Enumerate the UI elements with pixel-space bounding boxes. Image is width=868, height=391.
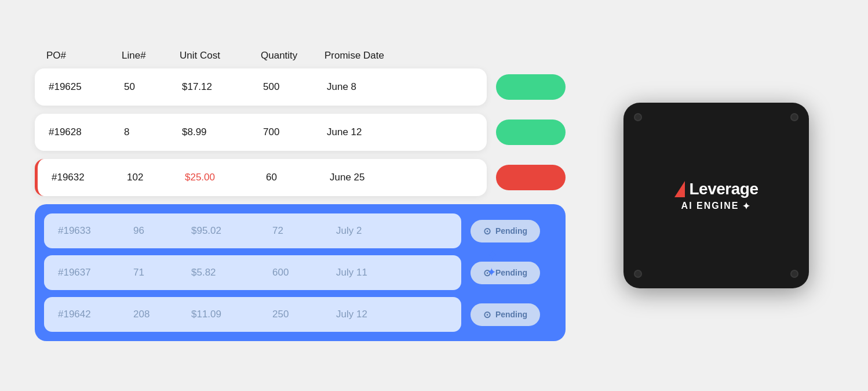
- screw-tr: [790, 113, 798, 121]
- pending-label: Pending: [495, 268, 527, 277]
- cell-qty: 600: [272, 267, 336, 278]
- cell-cost: $17.12: [182, 81, 263, 93]
- ai-engine-device: Leverage AI ENGINE ✦: [623, 103, 809, 288]
- pending-badge: ⊙ Pending: [471, 262, 540, 284]
- pending-section: #19633 96 $95.02 72 July 2 ⊙ Pending #19…: [35, 204, 566, 341]
- sparkles-decoration: ✦✦: [487, 247, 498, 280]
- cell-date: June 25: [330, 172, 422, 183]
- ai-engine-text: AI ENGINE: [681, 201, 739, 211]
- row-19632: #19632 102 $25.00 60 June 25: [35, 159, 487, 196]
- header-date: Promise Date: [324, 50, 417, 61]
- cell-po: #19633: [58, 225, 133, 237]
- status-badge-green: [496, 74, 566, 100]
- header-po: PO#: [46, 50, 122, 61]
- sparkle-icon: ✦: [742, 201, 751, 212]
- screw-tl: [634, 113, 642, 121]
- cell-qty: 700: [263, 126, 327, 138]
- ai-engine-label: AI ENGINE ✦: [681, 201, 752, 212]
- pending-badge: ⊙ Pending: [471, 220, 540, 242]
- brand-name: Leverage: [690, 180, 758, 198]
- row-19642: #19642 208 $11.09 250 July 12: [44, 297, 461, 332]
- table-row: #19625 50 $17.12 500 June 8: [35, 68, 566, 106]
- cell-qty: 250: [272, 309, 336, 320]
- cell-date: July 2: [336, 225, 429, 237]
- cell-po: #19625: [49, 81, 124, 93]
- leverage-triangle-icon: [674, 181, 685, 197]
- main-container: PO# Line# Unit Cost Quantity Promise Dat…: [0, 38, 868, 353]
- table-row: #19628 8 $8.99 700 June 12: [35, 114, 566, 151]
- ai-logo-top: Leverage: [674, 180, 758, 198]
- cell-cost: $5.82: [191, 267, 272, 278]
- row-19625: #19625 50 $17.12 500 June 8: [35, 68, 487, 106]
- cell-date: June 8: [327, 81, 420, 93]
- pending-badge: ⊙ Pending: [471, 303, 540, 326]
- table-row: #19637 71 $5.82 600 July 11 ⊙ Pending: [44, 255, 556, 290]
- row-19637: #19637 71 $5.82 600 July 11: [44, 255, 461, 290]
- cell-qty: 60: [266, 172, 330, 183]
- status-badge-green: [496, 120, 566, 145]
- cell-date: July 11: [336, 267, 429, 278]
- screw-br: [790, 270, 798, 278]
- cell-line: 8: [124, 126, 182, 138]
- cell-cost: $11.09: [191, 309, 272, 320]
- screw-bl: [634, 270, 642, 278]
- row-19628: #19628 8 $8.99 700 June 12: [35, 114, 487, 151]
- table-row: #19642 208 $11.09 250 July 12 ⊙ Pending: [44, 297, 556, 332]
- cell-line: 208: [133, 309, 191, 320]
- row-19633: #19633 96 $95.02 72 July 2: [44, 213, 461, 248]
- pending-label: Pending: [495, 226, 527, 236]
- cell-line: 96: [133, 225, 191, 237]
- pending-label: Pending: [495, 310, 527, 319]
- pending-spinner-icon: ⊙: [483, 309, 491, 320]
- ai-logo: Leverage AI ENGINE ✦: [674, 180, 758, 212]
- header-cost: Unit Cost: [180, 50, 261, 61]
- cell-po: #19632: [52, 172, 127, 183]
- cell-line: 50: [124, 81, 182, 93]
- cell-po: #19642: [58, 309, 133, 320]
- header-line: Line#: [122, 50, 180, 61]
- table-row: #19633 96 $95.02 72 July 2 ⊙ Pending: [44, 213, 556, 248]
- cell-po: #19628: [49, 126, 124, 138]
- normal-rows: #19625 50 $17.12 500 June 8 #19628 8 $8.…: [35, 68, 566, 196]
- cell-cost: $95.02: [191, 225, 272, 237]
- cell-po: #19637: [58, 267, 133, 278]
- cell-cost: $8.99: [182, 126, 263, 138]
- table-section: PO# Line# Unit Cost Quantity Promise Dat…: [35, 50, 566, 341]
- cell-cost-alert: $25.00: [185, 172, 266, 183]
- cell-date: July 12: [336, 309, 429, 320]
- column-headers: PO# Line# Unit Cost Quantity Promise Dat…: [35, 50, 566, 68]
- pending-spinner-icon: ⊙: [483, 226, 491, 237]
- header-qty: Quantity: [261, 50, 324, 61]
- cell-line: 71: [133, 267, 191, 278]
- status-badge-red: [496, 165, 566, 190]
- cell-qty: 72: [272, 225, 336, 237]
- cell-date: June 12: [327, 126, 420, 138]
- table-row: #19632 102 $25.00 60 June 25: [35, 159, 566, 196]
- cell-line: 102: [127, 172, 185, 183]
- cell-qty: 500: [263, 81, 327, 93]
